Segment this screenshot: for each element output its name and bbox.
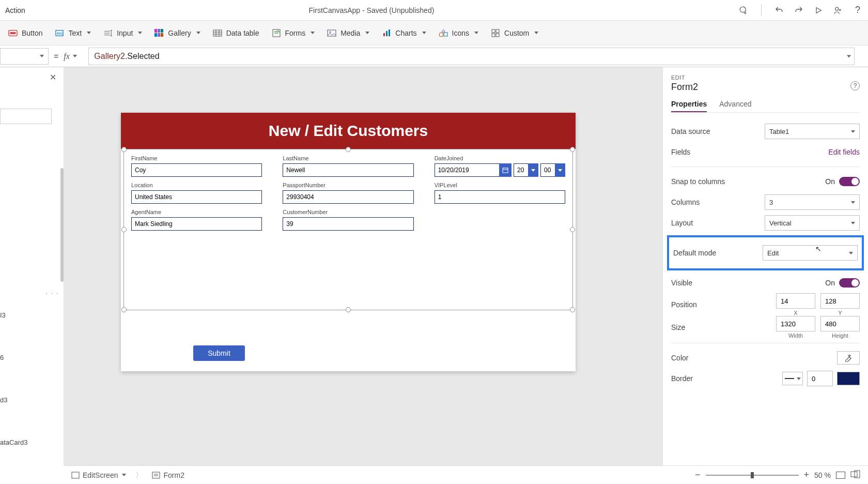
ribbon-icons[interactable]: Icons (439, 28, 478, 38)
ribbon-input[interactable]: Input (103, 28, 142, 38)
resize-handle[interactable] (570, 147, 575, 152)
canvas-area[interactable]: New / Edit Customers FirstName LastName … (64, 67, 662, 465)
breadcrumb-form[interactable]: Form2 (152, 471, 184, 479)
snap-toggle[interactable] (839, 177, 860, 186)
resize-handle[interactable] (121, 307, 127, 312)
zoom-slider[interactable] (706, 475, 799, 476)
position-y-input[interactable] (820, 293, 860, 309)
tree-item[interactable]: d3 (0, 396, 7, 404)
size-height-input[interactable] (820, 316, 860, 331)
ribbon-text[interactable]: Abc Text (55, 28, 91, 38)
chevron-down-icon (122, 474, 126, 476)
play-icon[interactable] (813, 5, 824, 16)
svg-rect-17 (161, 33, 163, 37)
svg-rect-35 (492, 34, 495, 37)
submit-button[interactable]: Submit (193, 345, 245, 361)
tab-properties[interactable]: Properties (671, 100, 707, 112)
ribbon-charts[interactable]: Charts (382, 28, 426, 38)
select-value: 3 (769, 199, 773, 206)
fx-icon[interactable]: fx (64, 48, 88, 65)
redo-icon[interactable] (794, 5, 804, 16)
expand-formula-icon[interactable] (847, 55, 851, 57)
undo-icon[interactable] (774, 5, 784, 16)
ribbon-media[interactable]: Media (327, 28, 369, 38)
svg-rect-3 (10, 32, 16, 34)
share-icon[interactable] (833, 5, 843, 16)
border-color-picker[interactable] (837, 372, 860, 385)
zoom-in-button[interactable]: + (804, 470, 810, 480)
title-bar: Action FirstCanvasApp - Saved (Unpublish… (0, 0, 868, 21)
ribbon-button-label: Button (22, 29, 42, 37)
resize-handle[interactable] (121, 147, 127, 152)
ribbon-gallery[interactable]: Gallery (154, 28, 200, 38)
tree-item[interactable]: 6 (0, 354, 4, 361)
size-width-input[interactable] (776, 316, 815, 331)
ribbon-custom-label: Custom (504, 29, 529, 37)
svg-rect-29 (386, 31, 388, 36)
data-source-select[interactable]: Table1 (765, 124, 860, 139)
breadcrumb-screen[interactable]: EditScreen (71, 471, 126, 479)
resize-handle[interactable] (346, 147, 351, 152)
color-picker[interactable] (837, 351, 860, 365)
position-x-input[interactable] (776, 293, 815, 309)
select-value: Vertical (769, 219, 792, 227)
search-slot[interactable] (0, 109, 52, 124)
prop-label-layout: Layout (671, 219, 693, 227)
visible-toggle[interactable] (839, 278, 860, 288)
layout-select[interactable]: Vertical (765, 215, 860, 231)
svg-rect-34 (496, 29, 499, 33)
close-icon[interactable]: ✕ (50, 72, 56, 82)
form-icon (152, 472, 160, 479)
resize-handle[interactable] (570, 227, 575, 232)
ribbon-data-table-label: Data table (226, 29, 259, 37)
svg-rect-12 (154, 29, 157, 33)
tree-item[interactable]: ataCard3 (0, 438, 27, 446)
ribbon-gallery-label: Gallery (168, 29, 191, 37)
app-checker-icon[interactable] (738, 5, 749, 16)
chevron-down-icon (851, 222, 855, 224)
resize-handle[interactable] (121, 227, 127, 232)
more-icon[interactable]: · · · (45, 290, 59, 297)
ribbon-input-label: Input (117, 29, 133, 37)
property-selector[interactable] (0, 48, 49, 65)
tab-advanced[interactable]: Advanced (719, 100, 751, 112)
default-mode-select[interactable]: Edit (763, 245, 858, 261)
svg-rect-42 (152, 472, 160, 478)
default-mode-highlight: Default mode Edit ↖ (667, 235, 864, 270)
chevron-down-icon (422, 32, 426, 34)
ribbon-custom[interactable]: Custom (491, 28, 538, 38)
svg-rect-13 (158, 29, 160, 33)
media-icon (327, 28, 336, 38)
orientation-icon[interactable] (850, 470, 861, 480)
columns-select[interactable]: 3 (765, 194, 860, 210)
crumb-label: EditScreen (83, 471, 118, 479)
resize-handle[interactable] (346, 307, 351, 312)
tree-item[interactable]: I3 (0, 311, 6, 319)
data-table-icon (213, 28, 222, 38)
zoom-out-button[interactable]: − (695, 470, 701, 480)
chevron-down-icon (365, 32, 369, 34)
chevron-down-icon (138, 32, 142, 34)
ribbon-data-table[interactable]: Data table (213, 28, 259, 38)
prop-label-size: Size (671, 323, 685, 331)
svg-point-31 (439, 33, 443, 37)
panel-section-label: EDIT (671, 74, 860, 81)
fit-to-screen-icon[interactable] (836, 472, 845, 479)
help-icon[interactable]: ? (853, 5, 863, 16)
panel-help-icon[interactable]: ? (850, 81, 860, 90)
prop-label-snap: Snap to columns (671, 177, 725, 186)
formula-input[interactable]: Gallery2.Selected (88, 48, 855, 65)
chevron-down-icon (797, 377, 801, 380)
scrollbar[interactable] (60, 168, 64, 282)
resize-handle[interactable] (570, 307, 575, 312)
ribbon-forms-label: Forms (285, 29, 306, 37)
edit-fields-link[interactable]: Edit fields (828, 148, 860, 156)
border-width-input[interactable] (807, 371, 833, 386)
ribbon-button[interactable]: Button (8, 28, 42, 38)
border-style-select[interactable] (782, 372, 803, 385)
menu-action[interactable]: Action (5, 6, 25, 14)
ribbon-forms[interactable]: Forms (272, 28, 315, 38)
ribbon-media-label: Media (340, 29, 360, 37)
button-icon (8, 28, 18, 38)
prop-label-position: Position (671, 300, 697, 309)
